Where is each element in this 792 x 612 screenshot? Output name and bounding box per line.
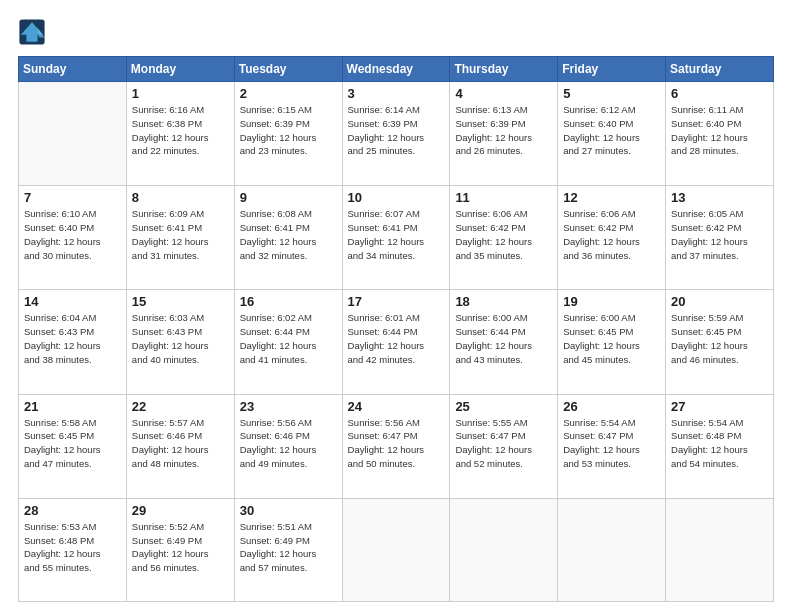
calendar-cell: 3Sunrise: 6:14 AMSunset: 6:39 PMDaylight… xyxy=(342,82,450,186)
calendar-cell: 27Sunrise: 5:54 AMSunset: 6:48 PMDayligh… xyxy=(666,394,774,498)
calendar-cell xyxy=(19,82,127,186)
calendar-cell xyxy=(666,498,774,601)
calendar-cell: 28Sunrise: 5:53 AMSunset: 6:48 PMDayligh… xyxy=(19,498,127,601)
day-info: Sunrise: 5:57 AMSunset: 6:46 PMDaylight:… xyxy=(132,416,230,471)
day-info: Sunrise: 5:55 AMSunset: 6:47 PMDaylight:… xyxy=(455,416,553,471)
weekday-header-saturday: Saturday xyxy=(666,57,774,82)
calendar-cell: 22Sunrise: 5:57 AMSunset: 6:46 PMDayligh… xyxy=(126,394,234,498)
calendar-cell: 7Sunrise: 6:10 AMSunset: 6:40 PMDaylight… xyxy=(19,186,127,290)
calendar-cell: 6Sunrise: 6:11 AMSunset: 6:40 PMDaylight… xyxy=(666,82,774,186)
day-info: Sunrise: 6:07 AMSunset: 6:41 PMDaylight:… xyxy=(348,207,446,262)
day-number: 18 xyxy=(455,294,553,309)
day-info: Sunrise: 5:52 AMSunset: 6:49 PMDaylight:… xyxy=(132,520,230,575)
calendar-cell: 15Sunrise: 6:03 AMSunset: 6:43 PMDayligh… xyxy=(126,290,234,394)
calendar-cell: 4Sunrise: 6:13 AMSunset: 6:39 PMDaylight… xyxy=(450,82,558,186)
calendar-cell xyxy=(342,498,450,601)
calendar-cell: 18Sunrise: 6:00 AMSunset: 6:44 PMDayligh… xyxy=(450,290,558,394)
day-number: 9 xyxy=(240,190,338,205)
day-info: Sunrise: 5:51 AMSunset: 6:49 PMDaylight:… xyxy=(240,520,338,575)
calendar-cell: 23Sunrise: 5:56 AMSunset: 6:46 PMDayligh… xyxy=(234,394,342,498)
day-info: Sunrise: 5:54 AMSunset: 6:47 PMDaylight:… xyxy=(563,416,661,471)
day-number: 23 xyxy=(240,399,338,414)
logo xyxy=(18,18,50,46)
weekday-header-monday: Monday xyxy=(126,57,234,82)
day-info: Sunrise: 6:00 AMSunset: 6:45 PMDaylight:… xyxy=(563,311,661,366)
day-number: 17 xyxy=(348,294,446,309)
day-number: 6 xyxy=(671,86,769,101)
day-info: Sunrise: 6:08 AMSunset: 6:41 PMDaylight:… xyxy=(240,207,338,262)
day-info: Sunrise: 6:11 AMSunset: 6:40 PMDaylight:… xyxy=(671,103,769,158)
day-info: Sunrise: 6:06 AMSunset: 6:42 PMDaylight:… xyxy=(455,207,553,262)
day-number: 5 xyxy=(563,86,661,101)
weekday-header-row: SundayMondayTuesdayWednesdayThursdayFrid… xyxy=(19,57,774,82)
day-number: 13 xyxy=(671,190,769,205)
day-info: Sunrise: 5:53 AMSunset: 6:48 PMDaylight:… xyxy=(24,520,122,575)
weekday-header-tuesday: Tuesday xyxy=(234,57,342,82)
day-info: Sunrise: 5:56 AMSunset: 6:46 PMDaylight:… xyxy=(240,416,338,471)
day-info: Sunrise: 5:54 AMSunset: 6:48 PMDaylight:… xyxy=(671,416,769,471)
weekday-header-thursday: Thursday xyxy=(450,57,558,82)
day-number: 25 xyxy=(455,399,553,414)
calendar-cell: 9Sunrise: 6:08 AMSunset: 6:41 PMDaylight… xyxy=(234,186,342,290)
week-row-4: 21Sunrise: 5:58 AMSunset: 6:45 PMDayligh… xyxy=(19,394,774,498)
calendar-cell: 26Sunrise: 5:54 AMSunset: 6:47 PMDayligh… xyxy=(558,394,666,498)
day-number: 16 xyxy=(240,294,338,309)
week-row-2: 7Sunrise: 6:10 AMSunset: 6:40 PMDaylight… xyxy=(19,186,774,290)
day-number: 22 xyxy=(132,399,230,414)
day-number: 7 xyxy=(24,190,122,205)
day-info: Sunrise: 6:14 AMSunset: 6:39 PMDaylight:… xyxy=(348,103,446,158)
calendar-cell: 11Sunrise: 6:06 AMSunset: 6:42 PMDayligh… xyxy=(450,186,558,290)
day-number: 28 xyxy=(24,503,122,518)
day-number: 8 xyxy=(132,190,230,205)
week-row-5: 28Sunrise: 5:53 AMSunset: 6:48 PMDayligh… xyxy=(19,498,774,601)
calendar-cell: 10Sunrise: 6:07 AMSunset: 6:41 PMDayligh… xyxy=(342,186,450,290)
day-number: 20 xyxy=(671,294,769,309)
calendar-cell: 1Sunrise: 6:16 AMSunset: 6:38 PMDaylight… xyxy=(126,82,234,186)
day-number: 3 xyxy=(348,86,446,101)
day-info: Sunrise: 5:58 AMSunset: 6:45 PMDaylight:… xyxy=(24,416,122,471)
day-number: 10 xyxy=(348,190,446,205)
calendar-cell: 5Sunrise: 6:12 AMSunset: 6:40 PMDaylight… xyxy=(558,82,666,186)
weekday-header-wednesday: Wednesday xyxy=(342,57,450,82)
day-info: Sunrise: 6:01 AMSunset: 6:44 PMDaylight:… xyxy=(348,311,446,366)
calendar-cell: 30Sunrise: 5:51 AMSunset: 6:49 PMDayligh… xyxy=(234,498,342,601)
weekday-header-friday: Friday xyxy=(558,57,666,82)
calendar-cell: 17Sunrise: 6:01 AMSunset: 6:44 PMDayligh… xyxy=(342,290,450,394)
day-number: 12 xyxy=(563,190,661,205)
calendar-cell: 2Sunrise: 6:15 AMSunset: 6:39 PMDaylight… xyxy=(234,82,342,186)
calendar-cell: 19Sunrise: 6:00 AMSunset: 6:45 PMDayligh… xyxy=(558,290,666,394)
calendar-cell: 13Sunrise: 6:05 AMSunset: 6:42 PMDayligh… xyxy=(666,186,774,290)
day-info: Sunrise: 6:02 AMSunset: 6:44 PMDaylight:… xyxy=(240,311,338,366)
week-row-3: 14Sunrise: 6:04 AMSunset: 6:43 PMDayligh… xyxy=(19,290,774,394)
page: SundayMondayTuesdayWednesdayThursdayFrid… xyxy=(0,0,792,612)
header xyxy=(18,18,774,46)
calendar-cell: 14Sunrise: 6:04 AMSunset: 6:43 PMDayligh… xyxy=(19,290,127,394)
day-info: Sunrise: 5:56 AMSunset: 6:47 PMDaylight:… xyxy=(348,416,446,471)
day-info: Sunrise: 6:10 AMSunset: 6:40 PMDaylight:… xyxy=(24,207,122,262)
day-number: 26 xyxy=(563,399,661,414)
day-info: Sunrise: 6:03 AMSunset: 6:43 PMDaylight:… xyxy=(132,311,230,366)
calendar-cell: 8Sunrise: 6:09 AMSunset: 6:41 PMDaylight… xyxy=(126,186,234,290)
calendar: SundayMondayTuesdayWednesdayThursdayFrid… xyxy=(18,56,774,602)
day-number: 27 xyxy=(671,399,769,414)
day-info: Sunrise: 6:05 AMSunset: 6:42 PMDaylight:… xyxy=(671,207,769,262)
calendar-cell: 16Sunrise: 6:02 AMSunset: 6:44 PMDayligh… xyxy=(234,290,342,394)
day-number: 21 xyxy=(24,399,122,414)
day-info: Sunrise: 6:06 AMSunset: 6:42 PMDaylight:… xyxy=(563,207,661,262)
calendar-cell xyxy=(558,498,666,601)
day-info: Sunrise: 5:59 AMSunset: 6:45 PMDaylight:… xyxy=(671,311,769,366)
weekday-header-sunday: Sunday xyxy=(19,57,127,82)
day-number: 11 xyxy=(455,190,553,205)
logo-icon xyxy=(18,18,46,46)
day-number: 29 xyxy=(132,503,230,518)
day-number: 15 xyxy=(132,294,230,309)
day-number: 14 xyxy=(24,294,122,309)
day-number: 19 xyxy=(563,294,661,309)
day-info: Sunrise: 6:04 AMSunset: 6:43 PMDaylight:… xyxy=(24,311,122,366)
calendar-cell xyxy=(450,498,558,601)
calendar-cell: 12Sunrise: 6:06 AMSunset: 6:42 PMDayligh… xyxy=(558,186,666,290)
day-number: 24 xyxy=(348,399,446,414)
day-number: 4 xyxy=(455,86,553,101)
day-number: 30 xyxy=(240,503,338,518)
calendar-cell: 25Sunrise: 5:55 AMSunset: 6:47 PMDayligh… xyxy=(450,394,558,498)
